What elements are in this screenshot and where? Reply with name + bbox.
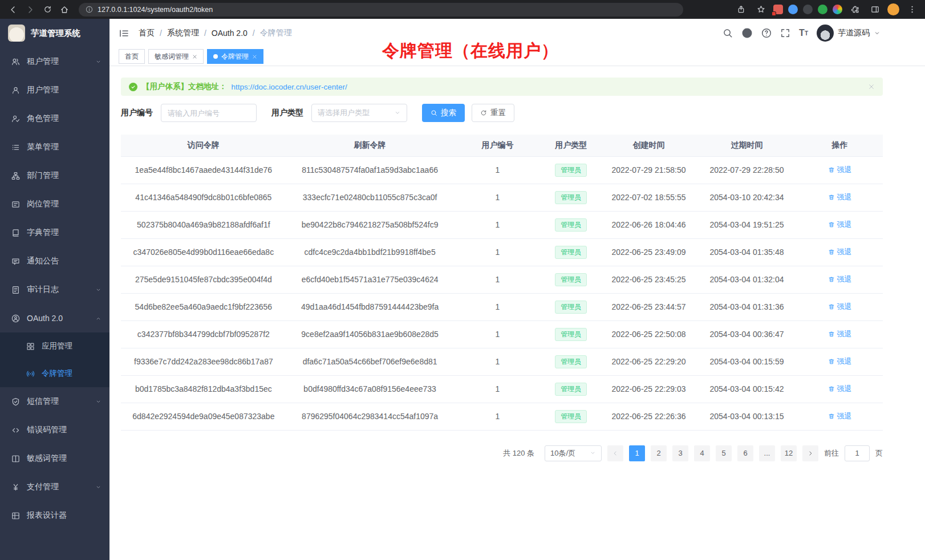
- sidebar-item-oauth2[interactable]: OAuth 2.0: [0, 304, 109, 332]
- page-button-5[interactable]: 5: [716, 445, 732, 461]
- goto-page-input[interactable]: [845, 445, 870, 461]
- sidebar-item-user[interactable]: 用户管理: [0, 76, 109, 104]
- force-logout-button[interactable]: 强退: [828, 356, 852, 367]
- sidebar-item-dict[interactable]: 字典管理: [0, 218, 109, 247]
- code-icon: [11, 426, 20, 435]
- refresh-token-cell: b0df4980ffd34c67a08f9156e4eee733: [286, 375, 454, 403]
- back-icon[interactable]: [6, 3, 21, 17]
- table-header-row: 访问令牌刷新令牌用户编号用户类型创建时间过期时间操作: [121, 135, 883, 156]
- extension-icon-dark[interactable]: [803, 5, 813, 14]
- user-menu[interactable]: 芋道源码: [817, 25, 881, 42]
- tab-home[interactable]: 首页: [119, 49, 145, 64]
- breadcrumb-item[interactable]: 首页: [139, 28, 155, 38]
- next-page-button[interactable]: [802, 445, 818, 461]
- force-logout-button[interactable]: 强退: [828, 220, 852, 230]
- more-pages-button[interactable]: ...: [759, 445, 775, 461]
- extension-icon-blue[interactable]: [788, 5, 798, 14]
- browser-menu-icon[interactable]: [904, 3, 919, 17]
- user-id-cell: 1: [453, 238, 541, 266]
- close-icon[interactable]: [192, 54, 197, 59]
- sidebar-item-dept[interactable]: 部门管理: [0, 161, 109, 190]
- sidebar-item-post[interactable]: 岗位管理: [0, 190, 109, 218]
- reload-icon[interactable]: [40, 3, 55, 17]
- expire-time-cell: 2054-03-04 01:32:04: [697, 266, 797, 293]
- tab-label: 令牌管理: [221, 52, 249, 62]
- page-button-2[interactable]: 2: [651, 445, 667, 461]
- site-info-icon[interactable]: [86, 6, 93, 13]
- trash-icon: [828, 249, 835, 255]
- bookmark-star-icon[interactable]: [753, 3, 768, 17]
- share-icon[interactable]: [733, 3, 748, 17]
- action-cell: 强退: [797, 348, 883, 375]
- extensions-puzzle-icon[interactable]: [847, 3, 862, 17]
- breadcrumb-item[interactable]: OAuth 2.0: [212, 29, 248, 38]
- force-logout-button[interactable]: 强退: [828, 247, 852, 257]
- sidebar-item-report[interactable]: 报表设计器: [0, 501, 109, 530]
- sidebar-item-role[interactable]: 角色管理: [0, 104, 109, 133]
- page-button-1[interactable]: 1: [629, 445, 645, 461]
- force-logout-button[interactable]: 强退: [828, 411, 852, 421]
- sidebar-item-audit-log[interactable]: 审计日志: [0, 275, 109, 304]
- tab-token[interactable]: 令牌管理: [207, 49, 263, 64]
- page-size-select[interactable]: 10条/页: [545, 445, 602, 461]
- column-header: 创建时间: [601, 135, 697, 156]
- tab-sensitive-word[interactable]: 敏感词管理: [148, 49, 204, 64]
- force-logout-button[interactable]: 强退: [828, 329, 852, 339]
- app-icon: [26, 342, 35, 351]
- font-size-icon[interactable]: TT: [799, 28, 808, 38]
- force-logout-button[interactable]: 强退: [828, 302, 852, 312]
- sidebar-item-pay[interactable]: 支付管理: [0, 473, 109, 501]
- page-button-4[interactable]: 4: [694, 445, 710, 461]
- close-icon[interactable]: [252, 54, 257, 59]
- page-button-3[interactable]: 3: [672, 445, 688, 461]
- force-logout-button[interactable]: 强退: [828, 192, 852, 202]
- reset-button[interactable]: 重置: [472, 104, 514, 122]
- search-button[interactable]: 搜索: [422, 104, 465, 122]
- home-icon[interactable]: [57, 3, 72, 17]
- goto-suffix: 页: [875, 448, 883, 458]
- user-type-select[interactable]: 请选择用户类型: [311, 104, 407, 122]
- force-logout-button[interactable]: 强退: [828, 384, 852, 394]
- github-icon[interactable]: [741, 27, 753, 39]
- app-logo[interactable]: 芋道管理系统: [0, 19, 109, 47]
- chevron-down-icon: [95, 59, 102, 65]
- extension-icon-colorful[interactable]: [833, 5, 842, 14]
- browser-profile-avatar[interactable]: [887, 3, 899, 15]
- force-logout-label: 强退: [837, 192, 852, 202]
- alert-doc-link[interactable]: https://doc.iocoder.cn/user-center/: [232, 83, 347, 91]
- app-logo-image: [8, 25, 25, 42]
- sidebar-item-sms[interactable]: 短信管理: [0, 387, 109, 416]
- side-panel-icon[interactable]: [867, 3, 882, 17]
- search-icon[interactable]: [723, 28, 733, 38]
- sidebar-item-menu[interactable]: 菜单管理: [0, 133, 109, 161]
- sidebar-item-tenant[interactable]: 租户管理: [0, 47, 109, 76]
- user-id-cell: 1: [453, 375, 541, 403]
- access-token-cell: c342377bf8b344799dcbf7bf095287f2: [121, 320, 286, 348]
- forward-icon[interactable]: [23, 3, 38, 17]
- force-logout-button[interactable]: 强退: [828, 165, 852, 175]
- sidebar-item-label: 审计日志: [27, 285, 88, 295]
- force-logout-button[interactable]: 强退: [828, 274, 852, 285]
- sidebar-item-errcode[interactable]: 错误码管理: [0, 416, 109, 444]
- sidebar-item-sensitive-word[interactable]: 敏感词管理: [0, 444, 109, 473]
- page-button-6[interactable]: 6: [737, 445, 753, 461]
- extension-icon-green[interactable]: [818, 5, 827, 14]
- sidebar-item-notice[interactable]: 通知公告: [0, 247, 109, 275]
- refresh-token-cell: dfa6c71a50a54c66bef706ef9e6e8d81: [286, 348, 454, 375]
- sidebar-item-oauth2-token[interactable]: 令牌管理: [0, 360, 109, 387]
- success-check-icon: [129, 83, 137, 91]
- role-icon: [11, 115, 20, 123]
- extension-icon-red[interactable]: [773, 5, 783, 14]
- user-id-input[interactable]: [161, 104, 257, 122]
- reset-button-label: 重置: [490, 108, 506, 118]
- sidebar-toggle-icon[interactable]: [119, 28, 129, 39]
- sidebar-item-oauth2-app[interactable]: 应用管理: [0, 332, 109, 360]
- fullscreen-icon[interactable]: [780, 28, 790, 38]
- alert-close-icon[interactable]: [868, 83, 875, 90]
- url-bar[interactable]: 127.0.0.1:1024/system/oauth2/token: [79, 3, 683, 17]
- chevron-up-icon: [95, 315, 102, 322]
- breadcrumb-item[interactable]: 系统管理: [167, 28, 199, 38]
- prev-page-button[interactable]: [607, 445, 623, 461]
- help-icon[interactable]: [761, 28, 772, 38]
- page-button-12[interactable]: 12: [781, 445, 797, 461]
